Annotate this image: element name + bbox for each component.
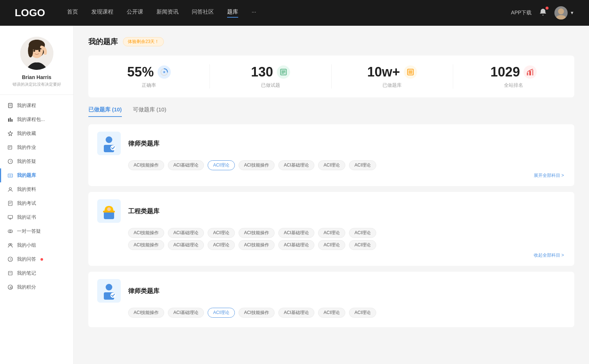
trial-badge: 体验剩余23天！	[123, 37, 164, 46]
sidebar-avatar	[20, 37, 53, 70]
tag[interactable]: ACI技能操作	[128, 160, 164, 170]
sidebar-item-exams[interactable]: 我的考试	[0, 196, 73, 210]
tag[interactable]: ACI技能操作	[239, 240, 275, 250]
tag[interactable]: ACI基础理论	[168, 240, 204, 250]
qbank-1-tags: ACI技能操作 ACI基础理论 ACI理论 ACI技能操作 ACI基础理论 AC…	[128, 160, 565, 170]
svg-rect-16	[8, 146, 12, 149]
svg-rect-59	[104, 212, 114, 219]
sidebar-label-groups: 我的小组	[17, 242, 36, 249]
tag[interactable]: ACI技能操作	[128, 308, 164, 318]
sidebar-item-profile[interactable]: 我的资料	[0, 182, 73, 196]
sidebar-menu: 我的课程 我的课程包... 我的收藏 我的作业	[0, 99, 73, 294]
nav-news[interactable]: 新闻资讯	[156, 8, 179, 18]
qbank-3-icon	[97, 279, 121, 303]
tag[interactable]: ACI理论	[349, 240, 376, 250]
navbar: LOGO 首页 发现课程 公开课 新闻资讯 问答社区 题库 ··· APP下载 …	[0, 0, 589, 26]
tag[interactable]: ACI技能操作	[239, 228, 275, 238]
qbank-2-icon	[97, 199, 121, 223]
tag[interactable]: ACI基础理论	[168, 160, 204, 170]
layout: Brian Harris 错误的决定比没有决定要好 我的课程 我的课程包...	[0, 26, 589, 364]
svg-point-8	[38, 50, 40, 52]
point-icon: 积	[7, 284, 13, 290]
qbank-3-name: 律师类题库	[128, 287, 159, 295]
rank-value: 1029	[490, 64, 520, 80]
tag[interactable]: ACI基础理论	[168, 228, 204, 238]
tag[interactable]: ACI技能操作	[128, 228, 164, 238]
tag[interactable]: ACI基础理论	[278, 240, 314, 250]
tag[interactable]: ACI技能操作	[128, 240, 164, 250]
sidebar-motto: 错误的决定比没有决定要好	[7, 82, 66, 87]
qbank-3-header: 律师类题库	[97, 279, 565, 303]
nav-home[interactable]: 首页	[67, 8, 78, 18]
app-download-btn[interactable]: APP下载	[511, 10, 532, 16]
sidebar-item-qbank[interactable]: 我的题库	[0, 168, 73, 182]
sidebar-label-homework: 我的作业	[17, 144, 36, 151]
tag[interactable]: ACI理论	[208, 228, 235, 238]
sidebar-item-notes[interactable]: 我的笔记	[0, 266, 73, 280]
bank-icon	[7, 172, 13, 178]
questions-value: 130	[251, 64, 273, 80]
tag[interactable]: ACI理论	[349, 228, 376, 238]
tag[interactable]: ACI理论	[349, 160, 376, 170]
nav-opencourse[interactable]: 公开课	[127, 8, 143, 18]
notification-bell[interactable]	[539, 8, 547, 18]
nav-qa[interactable]: 问答社区	[192, 8, 214, 18]
svg-point-62	[106, 284, 112, 290]
sidebar-username: Brian Harris	[7, 74, 66, 80]
tab-done[interactable]: 已做题库 (10)	[88, 106, 122, 117]
tag[interactable]: ACI基础理论	[168, 308, 204, 318]
tab-available[interactable]: 可做题库 (10)	[133, 106, 166, 117]
qbank-2-tags-row1: ACI技能操作 ACI基础理论 ACI理论 ACI技能操作 ACI基础理论 AC…	[128, 228, 565, 238]
qbank-1-expand[interactable]: 展开全部科目 >	[97, 172, 565, 179]
sidebar-item-myqa[interactable]: ? 我的问答	[0, 252, 73, 266]
tag[interactable]: ACI理论	[318, 240, 345, 250]
tag[interactable]: ACI基础理论	[278, 308, 314, 318]
sidebar-item-certs[interactable]: 我的证书	[0, 210, 73, 224]
sidebar-item-1on1[interactable]: 一对一答疑	[0, 224, 73, 238]
sidebar-item-courses[interactable]: 我的课程	[0, 99, 73, 113]
qbank-2-collapse[interactable]: 收起全部科目 >	[97, 252, 565, 258]
tag[interactable]: ACI理论	[318, 308, 345, 318]
banks-icon	[404, 65, 417, 79]
sidebar-item-homework[interactable]: 我的作业	[0, 140, 73, 154]
sidebar-item-course-packages[interactable]: 我的课程包...	[0, 113, 73, 126]
nav-discover[interactable]: 发现课程	[91, 8, 113, 18]
tag[interactable]: ACI理论	[318, 228, 345, 238]
svg-rect-53	[527, 72, 528, 75]
page-title: 我的题库	[88, 37, 118, 47]
tag[interactable]: ACI理论	[208, 240, 235, 250]
qbank-card-2: 工程类题库 ACI技能操作 ACI基础理论 ACI理论 ACI技能操作 ACI基…	[88, 192, 574, 266]
tag[interactable]: ACI基础理论	[278, 228, 314, 238]
sidebar-label-1on1: 一对一答疑	[17, 228, 41, 235]
user-avatar-btn[interactable]: ▼	[554, 6, 574, 19]
nav-more[interactable]: ···	[251, 8, 256, 18]
questions-label: 已做试题	[217, 82, 324, 89]
tag[interactable]: ACI理论	[318, 160, 345, 170]
svg-rect-12	[8, 118, 9, 122]
sidebar-label-notes: 我的笔记	[17, 270, 36, 276]
tag[interactable]: ACI基础理论	[278, 160, 314, 170]
sidebar-item-favorites[interactable]: 我的收藏	[0, 126, 73, 140]
nav-qbank[interactable]: 题库	[227, 8, 238, 18]
sidebar-item-questions[interactable]: ? 我的答疑	[0, 154, 73, 168]
main-content: 我的题库 体验剩余23天！ 55% 正确	[74, 26, 589, 364]
sidebar-label-exams: 我的考试	[17, 200, 36, 207]
navbar-right: APP下载 ▼	[511, 6, 574, 19]
svg-point-7	[33, 50, 35, 52]
sidebar-item-groups[interactable]: 我的小组	[0, 238, 73, 252]
tag-active[interactable]: ACI理论	[208, 160, 235, 170]
stat-rank: 1029 全站排名	[453, 64, 574, 89]
tag-active[interactable]: ACI理论	[208, 308, 235, 318]
svg-point-6	[28, 44, 33, 57]
qbank-1-icon	[97, 132, 121, 155]
qbank-card-3: 律师类题库 ACI技能操作 ACI基础理论 ACI理论 ACI技能操作 ACI基…	[88, 272, 574, 327]
svg-point-56	[106, 136, 112, 143]
sidebar-item-points[interactable]: 积 我的积分	[0, 280, 73, 294]
sidebar-profile: Brian Harris 错误的决定比没有决定要好	[0, 37, 73, 95]
tag[interactable]: ACI理论	[349, 308, 376, 318]
svg-rect-54	[529, 71, 531, 75]
accuracy-icon	[158, 65, 171, 79]
tag[interactable]: ACI技能操作	[239, 160, 275, 170]
group-icon	[7, 242, 13, 248]
tag[interactable]: ACI技能操作	[239, 308, 275, 318]
